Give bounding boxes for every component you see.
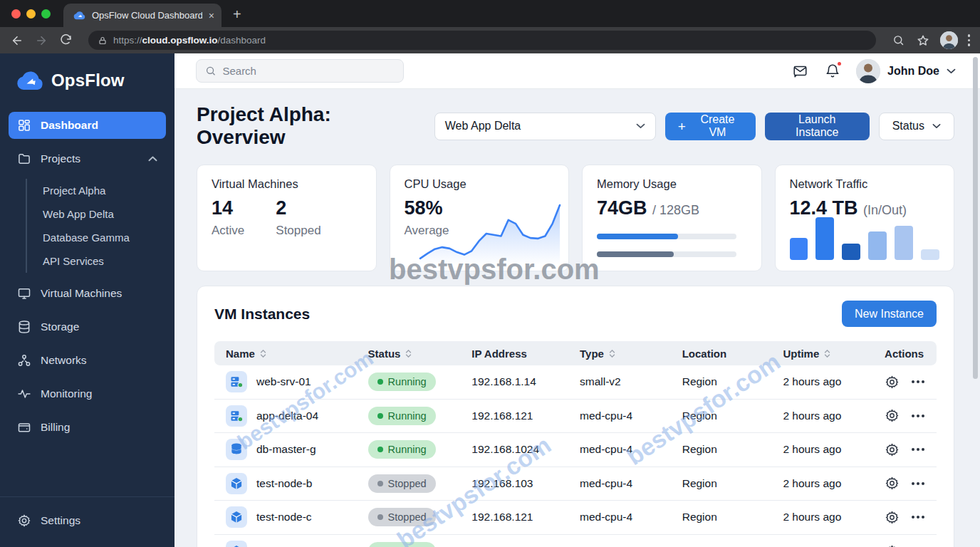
row-more-actions-icon[interactable] — [912, 516, 924, 519]
chevron-down-icon — [932, 123, 941, 129]
cell-type: small-v2 — [580, 375, 682, 388]
row-settings-button[interactable] — [885, 510, 900, 525]
zoom-window-button[interactable] — [41, 9, 51, 19]
column-header-type[interactable]: Type — [580, 348, 682, 360]
main-content: Project Alpha: Overview Web App Delta + … — [174, 89, 980, 547]
tab-close-icon[interactable]: × — [209, 10, 214, 21]
new-instance-button[interactable]: New Instance — [842, 301, 937, 327]
browser-tab[interactable]: OpsFlow Cloud Dashboard × — [63, 4, 221, 27]
create-vm-button[interactable]: + Create VM — [665, 113, 756, 140]
notification-dot — [836, 61, 843, 67]
row-settings-button[interactable] — [885, 544, 900, 547]
table-row[interactable]: test-node-bStopped192.168.103med-cpu-4Re… — [214, 467, 937, 501]
sidebar-item-label: Virtual Machines — [41, 287, 122, 300]
status-badge: Stopped — [368, 508, 436, 526]
page-search-icon[interactable] — [892, 33, 906, 48]
cell-status: Running — [368, 542, 472, 547]
sidebar-item-virtual-machines[interactable]: Virtual Machines — [9, 280, 166, 307]
status-filter-button[interactable]: Status — [879, 113, 954, 140]
cell-location: Region — [682, 511, 783, 523]
vm-active-count: 14 — [212, 197, 244, 219]
scrollbar-thumb[interactable] — [973, 57, 978, 379]
chevron-up-icon — [148, 156, 157, 162]
search-box[interactable] — [196, 59, 404, 83]
folder-icon — [17, 152, 31, 166]
network-suffix: (In/Out) — [863, 203, 907, 217]
network-bar — [921, 249, 939, 260]
vm-name: web-srv-01 — [256, 375, 311, 388]
cell-uptime: 2 hours ago — [783, 477, 885, 490]
row-settings-gear-icon — [885, 544, 900, 547]
status-badge: Running — [368, 373, 436, 391]
column-header-actions: Actions — [885, 348, 937, 360]
new-tab-button[interactable]: + — [221, 6, 241, 27]
status-badge: Running — [368, 407, 436, 425]
cell-actions — [885, 442, 937, 457]
sidebar-item-dashboard[interactable]: Dashboard — [9, 112, 166, 139]
minimize-window-button[interactable] — [26, 9, 36, 19]
page-title: Project Alpha: Overview — [197, 103, 412, 149]
sort-icon — [260, 350, 266, 358]
column-header-status[interactable]: Status — [368, 348, 472, 360]
row-settings-button[interactable] — [885, 408, 900, 423]
column-header-name[interactable]: Name — [226, 348, 368, 360]
database-icon — [17, 320, 31, 334]
row-more-actions-icon[interactable] — [912, 380, 924, 383]
table-row[interactable]: test-node-cStopped192.168.121med-cpu-4Re… — [214, 501, 937, 535]
mail-icon[interactable] — [791, 63, 809, 79]
vm-type-icon — [226, 506, 247, 528]
gear-icon — [17, 514, 31, 528]
status-dot-icon — [377, 447, 383, 452]
plus-icon: + — [678, 120, 686, 133]
network-bar — [815, 217, 834, 260]
sidebar-item-billing[interactable]: Billing — [9, 414, 166, 441]
row-more-actions-icon[interactable] — [912, 415, 924, 417]
table-row[interactable]: test-node-eRunning192.168.109med-cpu-4Re… — [214, 535, 937, 547]
row-settings-button[interactable] — [885, 476, 900, 491]
chevron-down-icon — [947, 68, 956, 74]
row-settings-gear-icon — [885, 442, 900, 457]
cell-ip: 192.168.1.14 — [471, 375, 580, 388]
user-menu[interactable]: John Doe — [856, 59, 956, 83]
sidebar-subitem-project-alpha[interactable]: Project Alpha — [43, 179, 166, 202]
sidebar-subitem-web-app-delta[interactable]: Web App Delta — [43, 202, 166, 226]
close-window-button[interactable] — [11, 9, 21, 19]
cpu-label: Average — [405, 224, 555, 238]
row-settings-button[interactable] — [885, 375, 900, 390]
table-row[interactable]: db-master-gRunning192.168.1024med-cpu-4R… — [214, 433, 937, 467]
sidebar-item-storage[interactable]: Storage — [9, 313, 166, 340]
cube-icon — [229, 476, 244, 491]
bookmark-star-icon[interactable] — [916, 33, 930, 48]
table-row[interactable]: app-delta-04Running192.168.121med-cpu-4R… — [214, 400, 937, 434]
sidebar-item-monitoring[interactable]: Monitoring — [9, 380, 166, 407]
bell-icon[interactable] — [825, 63, 840, 79]
sidebar-item-settings[interactable]: Settings — [9, 507, 166, 534]
sidebar-subitem-api-services[interactable]: API Services — [43, 249, 166, 273]
sidebar-item-networks[interactable]: Networks — [9, 347, 166, 374]
row-more-actions-icon[interactable] — [912, 448, 924, 451]
refresh-icon[interactable] — [58, 33, 73, 48]
table-header-row: Name Status IP Address Type Location Upt… — [214, 341, 937, 365]
search-input[interactable] — [222, 65, 395, 77]
column-header-uptime[interactable]: Uptime — [783, 348, 885, 360]
memory-bar-fill — [597, 234, 678, 239]
forward-icon[interactable] — [34, 33, 48, 48]
memory-bar-track — [597, 234, 736, 239]
opsflow-logo-cloud-icon — [16, 71, 44, 90]
table-row[interactable]: web-srv-01Running192.168.1.14small-v2Reg… — [214, 365, 937, 400]
vm-name: db-master-g — [256, 443, 316, 456]
sidebar-subitem-database-gamma[interactable]: Database Gamma — [43, 226, 166, 249]
browser-profile-avatar[interactable] — [940, 31, 958, 49]
browser-menu-icon[interactable] — [968, 34, 971, 46]
launch-instance-button[interactable]: Launch Instance — [765, 113, 870, 140]
sidebar-item-projects[interactable]: Projects — [9, 145, 166, 172]
back-icon[interactable] — [10, 33, 24, 48]
project-selector[interactable]: Web App Delta — [434, 113, 656, 140]
row-more-actions-icon[interactable] — [912, 482, 924, 485]
cell-ip: 192.168.103 — [471, 477, 580, 490]
address-bar[interactable]: https://cloud.opsflow.io/dashboard — [88, 31, 876, 50]
user-name: John Doe — [887, 65, 939, 78]
row-settings-gear-icon — [885, 510, 900, 525]
row-settings-button[interactable] — [885, 442, 900, 457]
brand-name: OpsFlow — [51, 71, 125, 90]
